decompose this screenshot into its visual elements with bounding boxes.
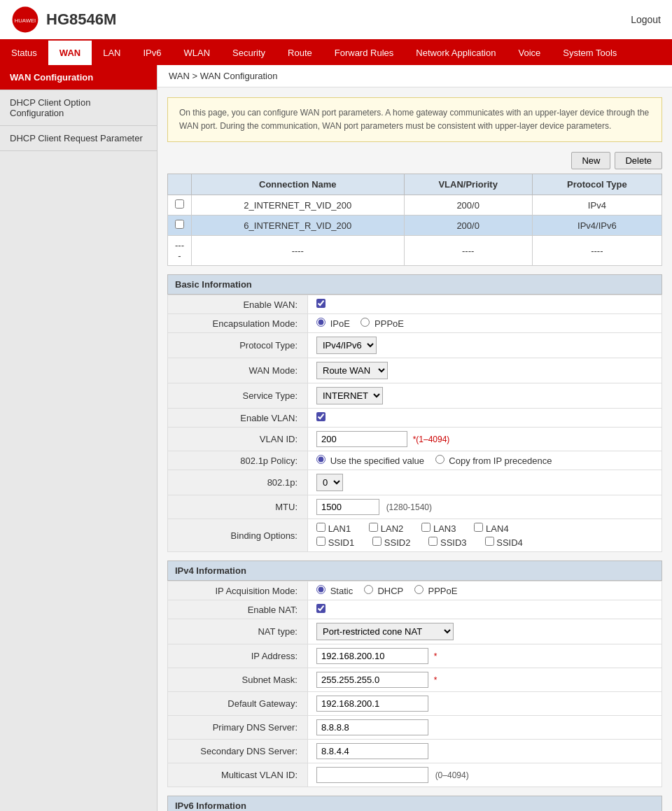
huawei-logo-icon: HUAWEI: [11, 6, 39, 34]
nav-wlan[interactable]: WLAN: [173, 41, 222, 65]
row2-vlan: 200/0: [404, 216, 532, 236]
dot1p-select[interactable]: 0 1 2 3 4 5 6 7: [316, 474, 343, 491]
ssid2-label[interactable]: SSID2: [372, 537, 410, 548]
ipv4-required: *: [434, 651, 438, 661]
copy-ip-label[interactable]: Copy from IP precedence: [435, 456, 552, 466]
nat-type-label: NAT type:: [168, 619, 308, 644]
nav-network-application[interactable]: Network Application: [405, 41, 507, 65]
mtu-input[interactable]: [316, 499, 379, 515]
enable-nat-checkbox[interactable]: [316, 604, 326, 613]
lan2-label[interactable]: LAN2: [369, 523, 403, 534]
encap-pppoe-label[interactable]: PPPoE: [360, 318, 404, 329]
copy-ip-radio[interactable]: [435, 455, 444, 464]
delete-button[interactable]: Delete: [615, 152, 662, 169]
binding-lan-line: LAN1 LAN2 LAN3 LAN4: [316, 523, 654, 534]
lan4-label[interactable]: LAN4: [474, 523, 508, 534]
primary-dns-label: Primary DNS Server:: [168, 716, 308, 740]
nav-voice[interactable]: Voice: [507, 41, 552, 65]
nat-type-select[interactable]: Port-restricted cone NAT Full cone NAT A…: [316, 623, 454, 640]
service-row: Service Type: INTERNET TR069 VOIP OTHER: [168, 383, 662, 409]
nav-forward-rules[interactable]: Forward Rules: [323, 41, 405, 65]
encap-ipoe-radio[interactable]: [316, 318, 326, 327]
row1-name: 2_INTERNET_R_VID_200: [192, 195, 405, 216]
lan1-label[interactable]: LAN1: [316, 523, 351, 534]
ssid4-label[interactable]: SSID4: [485, 537, 523, 548]
nav-security[interactable]: Security: [221, 41, 276, 65]
nav-ipv6[interactable]: IPv6: [132, 41, 173, 65]
ipv4-info-table: IP Acquisition Mode: Static DHCP PPPoE E…: [167, 581, 662, 787]
static-radio[interactable]: [316, 585, 326, 594]
basic-info-table: Enable WAN: Encapsulation Mode: IPoE PPP…: [167, 295, 662, 552]
row2-checkbox[interactable]: [175, 220, 184, 229]
encap-pppoe-radio[interactable]: [360, 318, 370, 327]
lan3-checkbox[interactable]: [421, 523, 430, 532]
ssid3-checkbox[interactable]: [428, 537, 438, 546]
new-button[interactable]: New: [571, 152, 610, 169]
binding-label: Binding Options:: [168, 519, 308, 552]
vlan-hint: *(1–4094): [413, 435, 450, 444]
nav-wan[interactable]: WAN: [48, 41, 92, 65]
main-content: WAN > WAN Configuration On this page, yo…: [158, 65, 672, 811]
dot1p-label: 802.1p:: [168, 470, 308, 495]
lan2-checkbox[interactable]: [369, 523, 378, 532]
dhcp-radio[interactable]: [364, 585, 373, 594]
breadcrumb: WAN > WAN Configuration: [158, 65, 672, 87]
nav-status[interactable]: Status: [0, 41, 48, 65]
sidebar-item-dhcp-option[interactable]: DHCP Client Option Configuration: [0, 90, 157, 126]
multicast-vlan-input[interactable]: [316, 767, 428, 783]
subnet-mask-input[interactable]: [316, 672, 428, 688]
basic-info-title: Basic Information: [167, 274, 662, 295]
ssid2-checkbox[interactable]: [372, 537, 382, 546]
ssid1-checkbox[interactable]: [316, 537, 326, 546]
row2-name: 6_INTERNET_R_VID_200: [192, 216, 405, 236]
dhcp-label[interactable]: DHCP: [364, 586, 403, 596]
enable-vlan-checkbox[interactable]: [316, 412, 326, 421]
lan3-label[interactable]: LAN3: [421, 523, 456, 534]
ssid4-checkbox[interactable]: [485, 537, 494, 546]
table-row[interactable]: 2_INTERNET_R_VID_200 200/0 IPv4: [168, 195, 662, 216]
primary-dns-input[interactable]: [316, 719, 428, 735]
nav-system-tools[interactable]: System Tools: [552, 41, 628, 65]
multicast-vlan-label: Multicast VLAN ID:: [168, 763, 308, 787]
nav-route[interactable]: Route: [276, 41, 323, 65]
wan-table: Connection Name VLAN/Priority Protocol T…: [167, 174, 662, 266]
secondary-dns-input[interactable]: [316, 743, 428, 759]
logout-button[interactable]: Logout: [631, 14, 661, 25]
enable-wan-checkbox[interactable]: [316, 299, 326, 308]
table-row[interactable]: 6_INTERNET_R_VID_200 200/0 IPv4/IPv6: [168, 216, 662, 236]
ipv4-info-title: IPv4 Information: [167, 560, 662, 581]
info-box: On this page, you can configure WAN port…: [167, 97, 662, 142]
enable-wan-label: Enable WAN:: [168, 295, 308, 314]
gateway-input[interactable]: [316, 696, 428, 712]
vlan-id-input[interactable]: [316, 431, 407, 447]
dot1p-policy-label: 802.1p Policy:: [168, 451, 308, 470]
pppoe-radio[interactable]: [414, 585, 424, 594]
protocol-select[interactable]: IPv4/IPv6 IPv4 IPv6: [316, 337, 377, 354]
nav-lan[interactable]: LAN: [92, 41, 132, 65]
row1-checkbox[interactable]: [175, 199, 184, 209]
wan-table-section: New Delete Connection Name VLAN/Priority…: [167, 152, 662, 266]
wan-mode-select[interactable]: Route WAN Bridge WAN: [316, 362, 388, 379]
sidebar-item-dhcp-request[interactable]: DHCP Client Request Parameter: [0, 126, 157, 151]
sidebar-item-wan-config[interactable]: WAN Configuration: [0, 65, 157, 90]
multicast-vlan-row: Multicast VLAN ID: (0–4094): [168, 763, 662, 787]
ipv4-addr-input[interactable]: [316, 648, 428, 664]
gateway-row: Default Gateway:: [168, 692, 662, 716]
model-name: HG8546M: [46, 10, 116, 29]
static-label[interactable]: Static: [316, 586, 353, 596]
table-row: ---- ---- ---- ----: [168, 236, 662, 266]
subnet-required: *: [434, 675, 438, 685]
lan1-checkbox[interactable]: [316, 523, 326, 532]
dot1p-row: 802.1p: 0 1 2 3 4 5 6 7: [168, 470, 662, 495]
encap-ipoe-label[interactable]: IPoE: [316, 318, 352, 329]
ssid3-label[interactable]: SSID3: [428, 537, 466, 548]
wan-mode-label: WAN Mode:: [168, 358, 308, 383]
use-specified-radio[interactable]: [316, 455, 326, 464]
subnet-mask-label: Subnet Mask:: [168, 668, 308, 692]
service-select[interactable]: INTERNET TR069 VOIP OTHER: [316, 387, 383, 404]
lan4-checkbox[interactable]: [474, 523, 483, 532]
pppoe-label[interactable]: PPPoE: [414, 586, 458, 596]
use-specified-label[interactable]: Use the specified value: [316, 456, 427, 466]
ssid1-label[interactable]: SSID1: [316, 537, 354, 548]
encap-label: Encapsulation Mode:: [168, 314, 308, 333]
